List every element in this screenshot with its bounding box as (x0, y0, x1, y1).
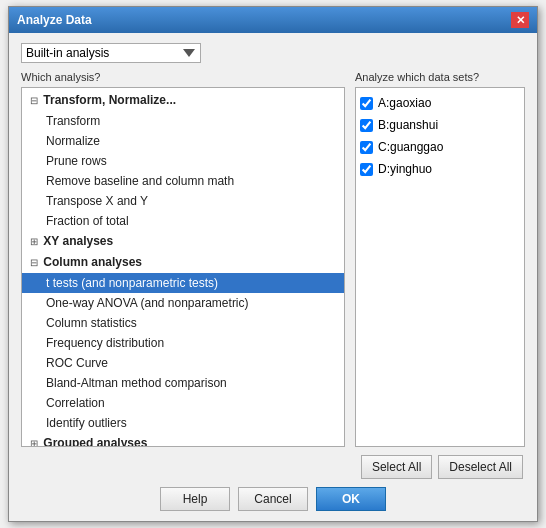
tree-item-identify-outliers[interactable]: Identify outliers (22, 413, 344, 433)
group-label: Transform, Normalize... (43, 93, 176, 107)
dataset-checkbox-ds-b[interactable] (360, 119, 373, 132)
dialog-body: Built-in analysis Which analysis? ⊟ Tran… (9, 33, 537, 521)
dataset-label-ds-b: B:guanshui (378, 116, 438, 134)
expand-icon: ⊞ (28, 233, 40, 251)
dataset-list: A:gaoxiaoB:guanshuiC:guanggaoD:yinghuo (355, 87, 525, 447)
tree-item-normalize[interactable]: Normalize (22, 131, 344, 151)
dataset-buttons: Select All Deselect All (355, 455, 525, 479)
analysis-tree[interactable]: ⊟ Transform, Normalize...TransformNormal… (21, 87, 345, 447)
tree-item-transpose[interactable]: Transpose X and Y (22, 191, 344, 211)
leaf-label: ROC Curve (46, 356, 108, 370)
leaf-label: Frequency distribution (46, 336, 164, 350)
dropdown-row: Built-in analysis (21, 43, 525, 63)
dialog-title: Analyze Data (17, 13, 92, 27)
tree-item-grouped-group[interactable]: ⊞ Grouped analyses (22, 433, 344, 447)
tree-item-prune-rows[interactable]: Prune rows (22, 151, 344, 171)
leaf-label: Fraction of total (46, 214, 129, 228)
left-column-label: Which analysis? (21, 71, 345, 83)
tree-item-fraction-total[interactable]: Fraction of total (22, 211, 344, 231)
left-column: Which analysis? ⊟ Transform, Normalize..… (21, 71, 345, 479)
dataset-item-ds-a: A:gaoxiao (360, 92, 520, 114)
leaf-label: Correlation (46, 396, 105, 410)
tree-item-correlation[interactable]: Correlation (22, 393, 344, 413)
help-button[interactable]: Help (160, 487, 230, 511)
dataset-checkbox-ds-a[interactable] (360, 97, 373, 110)
expand-icon: ⊞ (28, 435, 40, 447)
group-label: XY analyses (43, 234, 113, 248)
leaf-label: Bland-Altman method comparison (46, 376, 227, 390)
leaf-label: Normalize (46, 134, 100, 148)
dataset-checkbox-ds-d[interactable] (360, 163, 373, 176)
analysis-type-dropdown[interactable]: Built-in analysis (21, 43, 201, 63)
deselect-all-button[interactable]: Deselect All (438, 455, 523, 479)
right-column: Analyze which data sets? A:gaoxiaoB:guan… (355, 71, 525, 479)
close-button[interactable]: ✕ (511, 12, 529, 28)
group-label: Grouped analyses (43, 436, 147, 447)
tree-item-transform[interactable]: Transform (22, 111, 344, 131)
select-all-button[interactable]: Select All (361, 455, 432, 479)
action-buttons: Help Cancel OK (21, 487, 525, 511)
dataset-label-ds-a: A:gaoxiao (378, 94, 431, 112)
tree-item-one-way[interactable]: One-way ANOVA (and nonparametric) (22, 293, 344, 313)
leaf-label: Prune rows (46, 154, 107, 168)
tree-item-t-tests[interactable]: t tests (and nonparametric tests) (22, 273, 344, 293)
tree-item-transform-group[interactable]: ⊟ Transform, Normalize... (22, 90, 344, 111)
dataset-label-ds-d: D:yinghuo (378, 160, 432, 178)
group-label: Column analyses (43, 255, 142, 269)
leaf-label: t tests (and nonparametric tests) (46, 276, 218, 290)
tree-item-column-group[interactable]: ⊟ Column analyses (22, 252, 344, 273)
leaf-label: Remove baseline and column math (46, 174, 234, 188)
cancel-button[interactable]: Cancel (238, 487, 308, 511)
leaf-label: Transform (46, 114, 100, 128)
tree-item-col-stats[interactable]: Column statistics (22, 313, 344, 333)
leaf-label: Transpose X and Y (46, 194, 148, 208)
dataset-checkbox-ds-c[interactable] (360, 141, 373, 154)
leaf-label: Column statistics (46, 316, 137, 330)
leaf-label: Identify outliers (46, 416, 127, 430)
dataset-item-ds-c: C:guanggao (360, 136, 520, 158)
dataset-item-ds-d: D:yinghuo (360, 158, 520, 180)
two-columns-layout: Which analysis? ⊟ Transform, Normalize..… (21, 71, 525, 479)
dataset-item-ds-b: B:guanshui (360, 114, 520, 136)
leaf-label: One-way ANOVA (and nonparametric) (46, 296, 249, 310)
tree-item-freq-dist[interactable]: Frequency distribution (22, 333, 344, 353)
tree-item-bland-altman[interactable]: Bland-Altman method comparison (22, 373, 344, 393)
tree-item-roc-curve[interactable]: ROC Curve (22, 353, 344, 373)
tree-item-xy-group[interactable]: ⊞ XY analyses (22, 231, 344, 252)
expand-icon: ⊟ (28, 92, 40, 110)
analyze-data-dialog: Analyze Data ✕ Built-in analysis Which a… (8, 6, 538, 522)
expand-icon: ⊟ (28, 254, 40, 272)
right-column-label: Analyze which data sets? (355, 71, 525, 83)
tree-item-remove-baseline[interactable]: Remove baseline and column math (22, 171, 344, 191)
ok-button[interactable]: OK (316, 487, 386, 511)
dataset-label-ds-c: C:guanggao (378, 138, 443, 156)
titlebar: Analyze Data ✕ (9, 7, 537, 33)
